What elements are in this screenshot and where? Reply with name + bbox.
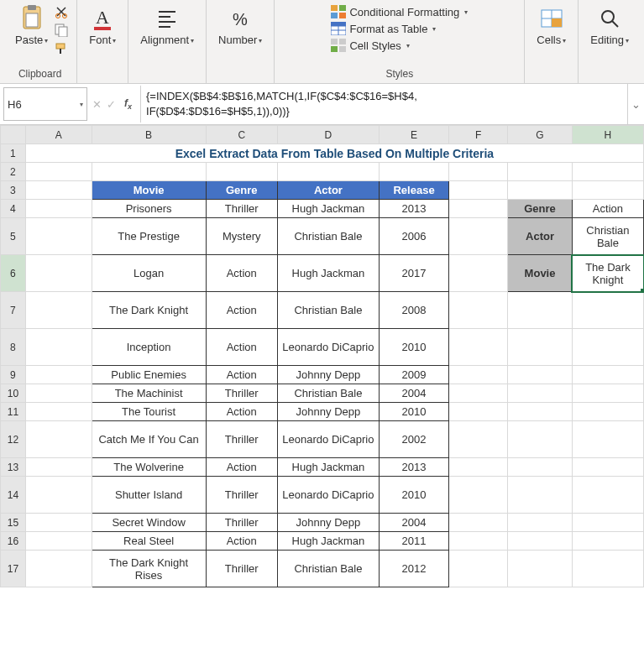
cell[interactable]: Catch Me If You Can	[92, 431, 206, 447]
cell[interactable]	[573, 540, 643, 543]
cell[interactable]	[573, 521, 643, 524]
cell[interactable]: Thriller	[207, 385, 277, 401]
cell[interactable]	[508, 493, 572, 497]
cell[interactable]: 2017	[380, 265, 448, 281]
cell[interactable]	[26, 466, 92, 469]
cell[interactable]	[573, 466, 643, 469]
cell[interactable]: Christian Bale	[278, 561, 379, 577]
cell[interactable]: Johnny Depp	[278, 367, 379, 383]
row-header[interactable]: 17	[1, 551, 26, 587]
cell[interactable]	[573, 346, 643, 349]
col-H[interactable]: H	[572, 126, 643, 144]
cell[interactable]: The Wolverine	[92, 459, 206, 475]
cell[interactable]: Thriller	[207, 487, 277, 503]
formula-input[interactable]: {=INDEX($B$4:$B$16,MATCH(1,IF($C$4:$C$16…	[140, 86, 627, 123]
cell[interactable]	[573, 189, 643, 192]
cell[interactable]	[26, 392, 92, 395]
cell[interactable]	[573, 392, 643, 395]
cell[interactable]: 2011	[380, 533, 448, 549]
cell[interactable]: Johnny Depp	[278, 404, 379, 420]
cell[interactable]: 2010	[380, 339, 448, 355]
cell[interactable]	[26, 189, 92, 192]
cell[interactable]	[26, 493, 92, 497]
cell[interactable]: 2008	[380, 302, 448, 318]
cell[interactable]: Secret Window	[92, 514, 206, 530]
cell[interactable]: Release	[380, 182, 448, 198]
row-header[interactable]: 1	[1, 144, 26, 163]
cell[interactable]: Leonardo DiCaprio	[278, 431, 379, 447]
cell[interactable]	[508, 410, 572, 414]
cell[interactable]	[449, 466, 507, 469]
cell[interactable]: 2002	[380, 431, 448, 447]
cell[interactable]: Public Enemies	[92, 367, 206, 383]
cell[interactable]	[508, 170, 572, 174]
row-header[interactable]: 5	[1, 218, 26, 255]
cell[interactable]: The Tourist	[92, 404, 206, 420]
name-box[interactable]: H6 ▾	[3, 87, 87, 121]
cell[interactable]	[449, 410, 507, 414]
cell[interactable]	[449, 392, 507, 395]
cell[interactable]	[508, 521, 572, 524]
cell[interactable]	[508, 567, 572, 571]
cell[interactable]	[508, 373, 572, 377]
row-header[interactable]: 6	[1, 255, 26, 292]
cell[interactable]	[449, 540, 507, 543]
cell[interactable]	[449, 521, 507, 524]
row-header[interactable]: 14	[1, 477, 26, 514]
cell[interactable]	[278, 170, 379, 174]
cell[interactable]: 2013	[380, 459, 448, 475]
cell[interactable]	[508, 392, 572, 395]
cell[interactable]: Johnny Depp	[278, 514, 379, 530]
cell[interactable]: Logan	[92, 265, 206, 281]
cell[interactable]: 2010	[380, 487, 448, 503]
cell[interactable]: Mystery	[207, 228, 277, 244]
row-header[interactable]: 4	[1, 200, 26, 218]
cell[interactable]: Leonardo DiCaprio	[278, 487, 379, 503]
cell[interactable]: The Prestige	[92, 228, 206, 244]
format-painter-icon[interactable]	[55, 42, 68, 55]
expand-formula-bar-button[interactable]: ⌄	[627, 84, 644, 124]
cell[interactable]: Hugh Jackman	[278, 265, 379, 281]
cell[interactable]	[92, 170, 206, 174]
paste-button[interactable]: Paste▾	[10, 3, 53, 48]
cell[interactable]	[573, 373, 643, 377]
row-header[interactable]: 15	[1, 514, 26, 532]
cell[interactable]: 2004	[380, 385, 448, 401]
cell[interactable]	[449, 235, 507, 238]
cell[interactable]: Action	[207, 533, 277, 549]
cell[interactable]: Thriller	[207, 201, 277, 217]
alignment-button[interactable]: Alignment▾	[135, 3, 199, 48]
cut-icon[interactable]	[55, 5, 68, 18]
cell[interactable]	[449, 346, 507, 349]
cell[interactable]	[449, 438, 507, 441]
cell[interactable]: Genre	[207, 182, 277, 198]
row-header[interactable]: 13	[1, 458, 26, 477]
cell[interactable]	[449, 189, 507, 192]
cell[interactable]: Action	[207, 302, 277, 318]
cell[interactable]	[449, 207, 507, 211]
cell[interactable]: The Dark Knight	[573, 259, 643, 288]
cell[interactable]: Thriller	[207, 514, 277, 530]
cell[interactable]	[573, 309, 643, 312]
cell[interactable]	[26, 521, 92, 524]
cell-styles-button[interactable]: Cell Styles▾	[331, 39, 468, 52]
cell[interactable]	[449, 373, 507, 377]
cell[interactable]: Movie	[508, 265, 572, 281]
cell[interactable]	[573, 410, 643, 414]
cell[interactable]: Christian Bale	[278, 302, 379, 318]
cell[interactable]: Christian Bale	[573, 222, 643, 251]
cell[interactable]: Prisoners	[92, 201, 206, 217]
cell[interactable]	[26, 346, 92, 349]
row-header[interactable]: 12	[1, 421, 26, 458]
cell[interactable]: Action	[207, 367, 277, 383]
row-header[interactable]: 11	[1, 403, 26, 421]
cell[interactable]	[573, 438, 643, 441]
cell[interactable]: Actor	[508, 228, 572, 244]
cell[interactable]	[573, 493, 643, 497]
fill-handle[interactable]	[641, 289, 644, 292]
cell[interactable]	[449, 272, 507, 275]
row-header[interactable]: 9	[1, 366, 26, 384]
cell[interactable]	[26, 410, 92, 414]
cell[interactable]	[508, 438, 572, 441]
grid[interactable]: A B C D E F G H 1Excel Extract Data From…	[0, 125, 644, 587]
